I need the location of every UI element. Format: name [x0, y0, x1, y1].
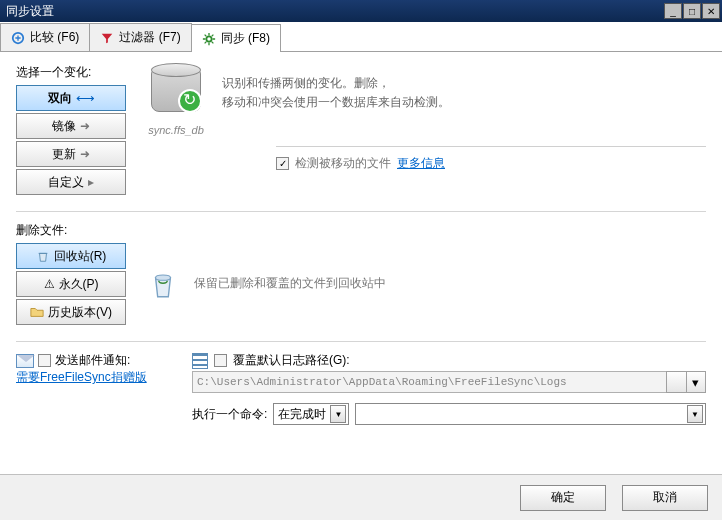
- ok-button[interactable]: 确定: [520, 485, 606, 511]
- minimize-button[interactable]: _: [664, 3, 682, 19]
- warning-icon: ⚠: [44, 277, 55, 291]
- variant-two-way[interactable]: 双向 ⟷: [16, 85, 126, 111]
- delete-versioning[interactable]: 历史版本(V): [16, 299, 126, 325]
- more-info-link[interactable]: 更多信息: [397, 155, 445, 172]
- compare-icon: [11, 31, 25, 45]
- right-arrow-icon: ➜: [80, 147, 90, 161]
- gear-icon: [202, 32, 216, 46]
- chevron-right-icon: ▸: [88, 175, 94, 189]
- tab-filter[interactable]: 过滤器 (F7): [89, 23, 191, 51]
- detect-moved-label: 检测被移动的文件: [295, 155, 391, 172]
- svg-point-1: [206, 36, 211, 41]
- chevron-down-icon: ▼: [687, 405, 703, 423]
- funnel-icon: [100, 31, 114, 45]
- delete-recycle[interactable]: 回收站(R): [16, 243, 126, 269]
- log-path-input[interactable]: [192, 371, 667, 393]
- right-arrow-icon: ➜: [80, 119, 90, 133]
- variant-description: 识别和传播两侧的变化。删除， 移动和冲突会使用一个数据库来自动检测。: [222, 68, 450, 136]
- option-label: 双向: [48, 90, 72, 107]
- donate-link[interactable]: 需要FreeFileSync捐赠版: [16, 370, 147, 384]
- tab-compare[interactable]: 比较 (F6): [0, 23, 90, 51]
- override-log-label: 覆盖默认日志路径(G):: [233, 352, 350, 369]
- folder-icon: [30, 305, 44, 319]
- option-label: 回收站(R): [54, 248, 107, 265]
- select-value: 在完成时: [278, 406, 326, 423]
- content-area: 选择一个变化: 双向 ⟷ 镜像 ➜ 更新 ➜ 自定义 ▸ syn: [0, 52, 722, 474]
- command-input[interactable]: ▼: [355, 403, 706, 425]
- close-button[interactable]: ✕: [702, 3, 720, 19]
- option-label: 历史版本(V): [48, 304, 112, 321]
- log-dropdown-button[interactable]: ▾: [686, 371, 706, 393]
- option-label: 更新: [52, 146, 76, 163]
- command-when-select[interactable]: 在完成时 ▼: [273, 403, 349, 425]
- variant-update[interactable]: 更新 ➜: [16, 141, 126, 167]
- email-label: 发送邮件通知:: [55, 352, 130, 369]
- variant-mirror[interactable]: 镜像 ➜: [16, 113, 126, 139]
- email-checkbox[interactable]: [38, 354, 51, 367]
- tab-sync[interactable]: 同步 (F8): [191, 24, 281, 52]
- tab-label: 同步 (F8): [221, 30, 270, 47]
- command-label: 执行一个命令:: [192, 406, 267, 423]
- mail-icon: [16, 354, 34, 368]
- variant-custom[interactable]: 自定义 ▸: [16, 169, 126, 195]
- option-label: 自定义: [48, 174, 84, 191]
- browse-log-button[interactable]: [666, 371, 686, 393]
- two-way-arrow-icon: ⟷: [76, 91, 95, 106]
- window-title: 同步设置: [2, 3, 663, 20]
- maximize-button[interactable]: □: [683, 3, 701, 19]
- delete-permanent[interactable]: ⚠ 永久(P): [16, 271, 126, 297]
- database-icon: sync.ffs_db: [146, 68, 206, 136]
- title-bar: 同步设置 _ □ ✕: [0, 0, 722, 22]
- option-label: 永久(P): [59, 276, 99, 293]
- db-filename: sync.ffs_db: [146, 124, 206, 136]
- recycle-bin-large-icon: [146, 267, 180, 301]
- tab-label: 比较 (F6): [30, 29, 79, 46]
- dialog-footer: 确定 取消: [0, 474, 722, 520]
- svg-point-2: [156, 274, 171, 279]
- chevron-down-icon: ▼: [330, 405, 346, 423]
- variant-label: 选择一个变化:: [16, 64, 126, 81]
- recycle-bin-icon: [36, 249, 50, 263]
- delete-description: 保留已删除和覆盖的文件到回收站中: [194, 275, 386, 292]
- tab-label: 过滤器 (F7): [119, 29, 180, 46]
- option-label: 镜像: [52, 118, 76, 135]
- log-icon: [192, 353, 208, 369]
- tab-strip: 比较 (F6) 过滤器 (F7) 同步 (F8): [0, 22, 722, 52]
- override-log-checkbox[interactable]: [214, 354, 227, 367]
- detect-moved-checkbox[interactable]: ✓: [276, 157, 289, 170]
- delete-label: 删除文件:: [16, 222, 126, 239]
- cancel-button[interactable]: 取消: [622, 485, 708, 511]
